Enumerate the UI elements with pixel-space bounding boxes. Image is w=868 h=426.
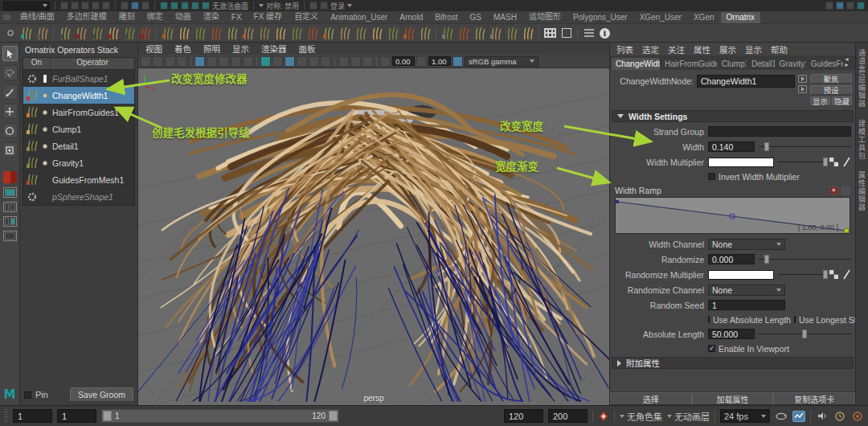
visibility-toggle[interactable] <box>39 161 51 166</box>
use-longest-strand-checkbox[interactable] <box>794 316 796 323</box>
toolbox-toggle-icon[interactable] <box>846 2 854 10</box>
shelf-tab-自定义[interactable]: 自定义 <box>289 9 324 23</box>
drag-handle[interactable] <box>4 409 8 424</box>
wireframe-icon[interactable] <box>260 56 271 67</box>
shelf-icon-operator-2[interactable] <box>192 26 207 41</box>
extra-attributes-section[interactable]: 附加属性 <box>612 357 854 369</box>
ae-menu-选定[interactable]: 选定 <box>642 43 659 55</box>
shelf-tab-polygons_user[interactable]: Polygons_User <box>567 12 633 23</box>
range-start-handle[interactable] <box>103 411 112 421</box>
gamma-value[interactable]: 1.00 <box>428 56 451 66</box>
shelf-icon-guides-1[interactable] <box>73 26 88 41</box>
playback-start-field[interactable]: 1 <box>57 409 96 423</box>
ae-tab-guidesfro[interactable]: GuidesFro <box>807 58 843 70</box>
shelf-list-icon[interactable] <box>581 26 596 41</box>
shelf-icon-utility-3[interactable] <box>488 26 503 41</box>
shelf-icon-operator-12[interactable] <box>353 26 368 41</box>
shelf-icon-operator-7[interactable] <box>272 26 288 41</box>
ae-menu-属性[interactable]: 属性 <box>694 43 710 55</box>
shelf-icon-utility-1[interactable] <box>456 26 471 41</box>
shelf-icon-operator-9[interactable] <box>305 26 320 41</box>
width-field[interactable]: 0.140 <box>708 141 755 152</box>
visibility-toggle[interactable] <box>39 144 51 149</box>
grid-toggle-icon[interactable] <box>194 56 205 67</box>
shelf-popup-icon[interactable] <box>2 26 18 41</box>
shelf-icon-operator-11[interactable] <box>337 26 352 41</box>
shelf-grid2-icon[interactable] <box>559 26 574 41</box>
output-connection-icon[interactable] <box>798 85 807 93</box>
layout-split-pane-icon[interactable] <box>3 216 17 227</box>
field-chart-icon[interactable] <box>243 56 253 67</box>
width-channel-dropdown[interactable]: None <box>708 239 785 250</box>
sidebar-tab-属性编辑器[interactable]: 属性编辑器 <box>857 171 867 211</box>
attribute-editor-toggle-icon[interactable] <box>836 2 844 10</box>
shelf-tab-曲线/曲面[interactable]: 曲线/曲面 <box>14 9 60 23</box>
shelf-icon-guides-4[interactable] <box>121 26 137 41</box>
xray-icon[interactable] <box>350 56 361 67</box>
sidebar-tab-建模工具包[interactable]: 建模工具包 <box>857 120 867 160</box>
shelf-icon-operator-3[interactable] <box>208 26 223 41</box>
shelf-tab-arnold[interactable]: Arnold <box>394 12 428 23</box>
chevron-down-icon[interactable] <box>347 4 352 7</box>
select-camera-icon[interactable] <box>141 56 151 67</box>
set-key-icon[interactable] <box>598 411 609 422</box>
shelf-icon-guides-0[interactable] <box>57 26 72 41</box>
input-connection-icon[interactable] <box>798 75 807 83</box>
width-settings-section[interactable]: Width Settings <box>612 110 854 122</box>
rotate-tool-icon[interactable] <box>2 123 18 138</box>
viewport-menu-照明[interactable]: 照明 <box>203 43 220 55</box>
shelf-tab-雕刻[interactable]: 雕刻 <box>113 9 141 23</box>
shelf-tab-xgen_user[interactable]: XGen_User <box>634 12 687 23</box>
camera-attributes-icon[interactable] <box>165 56 175 67</box>
width-slider[interactable] <box>759 141 851 152</box>
ae-menu-展示[interactable]: 展示 <box>719 43 736 55</box>
info-icon[interactable]: i <box>597 26 612 41</box>
paint-select-tool-icon[interactable] <box>2 84 18 100</box>
shelf-icon-guides-3[interactable] <box>105 26 121 41</box>
shelf-icon-add-hair[interactable] <box>18 26 34 41</box>
shelf-icon-utility-5[interactable] <box>520 26 535 41</box>
channelbox-toggle-icon[interactable] <box>857 2 865 10</box>
screen-space-ao-icon[interactable] <box>321 56 331 67</box>
shadows-icon[interactable] <box>309 56 319 67</box>
viewport-menu-渲染器[interactable]: 渲染器 <box>261 43 287 55</box>
width-ramp-widget[interactable]: [ 1.00, 0.00 ] <box>615 197 850 234</box>
animation-start-field[interactable]: 1 <box>13 409 52 423</box>
show-button[interactable]: 显示 <box>810 96 830 106</box>
operator-row-clump1[interactable]: Clump1 <box>23 121 134 137</box>
operator-row-furballshape1[interactable]: FurBallShape1 <box>23 70 134 87</box>
delete-ramp-key-icon[interactable]: ✕ <box>829 186 838 195</box>
fps-dropdown[interactable]: 24 fps <box>720 409 770 423</box>
shelf-tab-动画[interactable]: 动画 <box>170 9 197 23</box>
lock-camera-icon[interactable] <box>153 56 163 67</box>
paint-map-icon[interactable] <box>842 269 851 280</box>
texture-map-icon[interactable] <box>829 270 838 279</box>
resolution-gate-icon[interactable] <box>219 56 229 67</box>
hide-button[interactable]: 隐藏 <box>832 96 852 106</box>
lights-icon[interactable] <box>297 56 307 67</box>
randomize-multiplier-slider[interactable] <box>778 269 825 280</box>
ae-tab-detail1[interactable]: Detail1 <box>747 58 775 70</box>
use-absolute-length-checkbox[interactable] <box>708 316 710 323</box>
paint-map-icon[interactable] <box>842 157 851 167</box>
randomize-slider[interactable] <box>759 254 851 264</box>
operator-row-psphereshape1[interactable]: pSphereShape1 <box>23 188 134 205</box>
enable-in-viewport-checkbox[interactable]: ✓ <box>708 345 715 352</box>
shelf-icon-operator-16[interactable] <box>417 26 432 41</box>
ae-menu-关注[interactable]: 关注 <box>668 43 685 55</box>
shelf-icon-operator-6[interactable] <box>256 26 272 41</box>
film-gate-icon[interactable] <box>207 56 217 67</box>
tab-scroll-arrows[interactable]: ◄ ► <box>844 56 854 70</box>
shelf-icon-operator-5[interactable] <box>240 26 256 41</box>
operator-row-changewidth1[interactable]: ChangeWidth1 <box>23 87 134 104</box>
playback-end-field[interactable]: 120 <box>504 409 543 423</box>
shelf-tab-bifrost[interactable]: Bifrost <box>429 12 463 23</box>
viewport-menu-面板[interactable]: 面板 <box>299 43 316 55</box>
sidebar-toggle-icon[interactable] <box>825 2 833 10</box>
move-tool-icon[interactable] <box>2 104 18 119</box>
animation-preferences-icon[interactable] <box>792 411 805 422</box>
shelf-tab-xgen[interactable]: XGen <box>688 12 720 23</box>
node-name-field[interactable]: ChangeWidth1 <box>697 75 795 88</box>
animation-end-field[interactable]: 200 <box>548 409 588 423</box>
shelf-icon-guides-2[interactable] <box>89 26 104 41</box>
